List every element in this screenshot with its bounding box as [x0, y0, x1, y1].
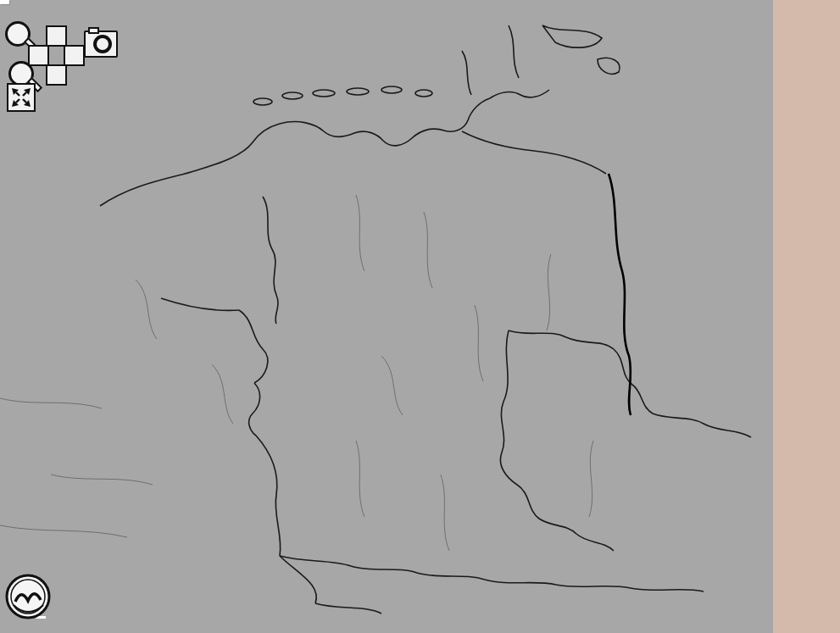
cloud-cover-colorbar: [773, 0, 840, 633]
map-title: [0, 0, 9, 4]
zoom-in-button[interactable]: [5, 21, 31, 47]
city-label-layer: [0, 0, 773, 633]
metmaps-logo[interactable]: [0, 573, 61, 633]
snapshot-camera-button[interactable]: [84, 31, 118, 58]
metmaps-app: [0, 0, 840, 633]
weather-symbol-layer: [0, 0, 773, 633]
expand-arrows-icon: [8, 85, 34, 110]
pan-up-button[interactable]: [46, 25, 67, 47]
country-borders: [0, 0, 773, 633]
pan-down-button[interactable]: [46, 64, 67, 86]
pan-right-button[interactable]: [64, 45, 85, 66]
map-canvas[interactable]: [0, 0, 773, 633]
colorbar-panel: [773, 0, 840, 633]
pan-left-button[interactable]: [28, 45, 49, 66]
fullscreen-button[interactable]: [7, 83, 36, 112]
temperature-layer: [0, 0, 773, 633]
